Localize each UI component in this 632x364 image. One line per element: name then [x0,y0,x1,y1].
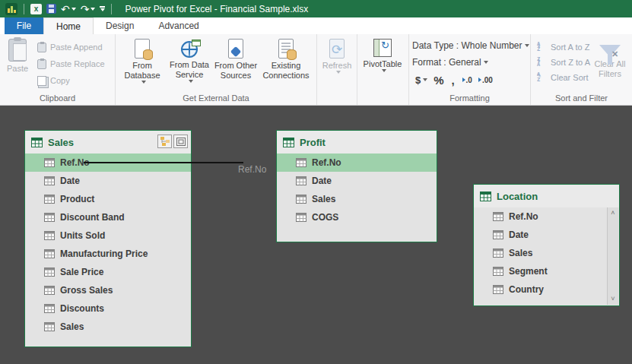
table-icon [480,191,491,201]
field-row[interactable]: Units Sold [25,226,191,245]
tab-home[interactable]: Home [43,17,94,34]
clear-sort-button[interactable]: AZ✎ Clear Sort [531,70,590,85]
paste-append-icon [37,43,46,52]
table-header-location[interactable]: Location [474,185,619,207]
chevron-down-icon [100,8,105,11]
customize-quick-access-button[interactable] [100,6,105,11]
redo-button[interactable]: ↷ [81,4,96,14]
chevron-down-icon [382,69,386,72]
increase-decimals-button[interactable]: .0 [459,76,475,84]
vertical-scrollbar[interactable]: ˄ ˅ [607,207,618,305]
field-row[interactable]: Sales [277,190,437,208]
field-row[interactable]: Sale Price [25,263,191,281]
field-label: Date [60,176,80,186]
ribbon-tab-bar: File Home Design Advanced [0,17,632,34]
from-data-service-button[interactable]: From Data Service [166,34,213,92]
chevron-down-icon[interactable] [91,8,95,11]
field-row[interactable]: Ref.No [277,154,437,172]
tab-advanced[interactable]: Advanced [146,17,211,34]
paste-append-button[interactable]: Paste Append [35,39,105,55]
diagram-table-profit[interactable]: Profit Ref.No Date Sales COGS [276,130,437,242]
field-label: COGS [312,212,338,223]
field-row[interactable]: Sales [474,244,619,262]
column-icon [493,248,503,258]
decrease-decimals-button[interactable]: .00 [475,76,496,84]
excel-icon: x [30,4,42,14]
field-label: Date [509,229,529,240]
column-icon [493,285,503,294]
from-other-sources-label: From Other Sources [213,61,259,81]
diagram-view[interactable]: Ref.No Sales Ref.No [0,106,632,364]
field-row[interactable]: Ref.No [474,207,619,226]
table-header-sales[interactable]: Sales [25,131,191,154]
group-sort-and-filter: AZ↓ Sort A to Z ZA↓ Sort Z to A AZ✎ Clea… [531,34,632,105]
column-icon [296,158,306,167]
clear-all-filters-button[interactable]: ✕ Clear All Filters [590,34,630,92]
paste-replace-button[interactable]: Paste Replace [35,55,105,72]
field-row[interactable]: COGS [277,208,437,226]
from-database-label: From Database [119,61,166,81]
tab-design[interactable]: Design [94,17,146,34]
thousands-separator-button[interactable]: , [447,74,459,87]
field-row[interactable]: Date [277,172,437,190]
pivottable-icon: ↻ [373,39,392,57]
sort-z-to-a-button[interactable]: ZA↓ Sort Z to A [531,55,590,70]
pivottable-label: PivotTable [364,59,402,69]
field-row[interactable]: Discounts [25,299,191,318]
column-icon [44,158,55,167]
existing-connections-label: Existing Connections [259,61,313,81]
clear-sort-label: Clear Sort [551,73,589,82]
field-row[interactable]: Segment [474,262,619,280]
field-row[interactable]: Country [474,280,619,299]
scroll-up-icon[interactable]: ˄ [608,207,618,219]
tab-file[interactable]: File [5,17,43,34]
paste-button[interactable]: Paste [0,34,35,92]
percent-format-button[interactable]: % [430,74,446,87]
field-row[interactable]: Date [25,172,191,190]
refresh-label: Refresh [322,61,352,71]
from-database-button[interactable]: From Database [119,34,166,92]
relationship-line[interactable] [84,162,243,163]
qat-separator [111,4,112,14]
column-icon [296,213,306,222]
diagram-table-location[interactable]: Location Ref.No Date Sales Segment Count… [473,184,620,306]
existing-connections-button[interactable]: Existing Connections [259,34,313,92]
field-label: Manufacturing Price [60,248,148,259]
window-title: Power Pivot for Excel - Financial Sample… [125,4,308,14]
table-header-profit[interactable]: Profit [277,131,437,154]
field-row[interactable]: Product [25,190,191,208]
format-label: Format : General [412,57,481,68]
field-row[interactable]: Gross Sales [25,281,191,299]
group-label-get-external-data: Get External Data [116,93,316,103]
create-hierarchy-button[interactable] [157,135,172,148]
paste-append-label: Paste Append [50,43,103,52]
sort-a-to-z-button[interactable]: AZ↓ Sort A to Z [531,40,590,55]
chevron-down-icon[interactable] [71,8,76,11]
undo-button[interactable]: ↶ [61,4,76,14]
field-row[interactable]: Sales [25,318,191,336]
powerpivot-app-icon[interactable] [5,3,17,15]
save-button[interactable] [46,4,56,14]
maximize-button[interactable] [173,135,188,148]
column-icon [44,304,55,313]
field-row[interactable]: Manufacturing Price [25,245,191,263]
chevron-down-icon [141,81,146,84]
group-clipboard: Paste Paste Append Paste Replace Copy [0,34,116,105]
field-label: Segment [509,266,548,277]
currency-format-button[interactable]: $ [412,74,430,86]
scroll-down-icon[interactable]: ˅ [608,293,618,305]
chevron-down-icon [336,71,341,74]
from-other-sources-button[interactable]: From Other Sources [213,34,259,92]
pivottable-button[interactable]: ↻ PivotTable [357,34,408,92]
percent-icon: % [434,74,443,87]
refresh-button[interactable]: ⟳ Refresh [317,34,357,92]
field-label: Sales [60,321,84,332]
field-row[interactable]: Discount Band [25,208,191,226]
field-row[interactable]: Date [474,226,619,244]
data-type-dropdown[interactable]: Data Type : Whole Number [409,37,530,54]
table-icon [31,138,43,147]
copy-button[interactable]: Copy [35,72,105,89]
format-dropdown[interactable]: Format : General [409,54,530,71]
excel-icon[interactable]: x [30,4,42,14]
paste-icon [8,39,27,62]
